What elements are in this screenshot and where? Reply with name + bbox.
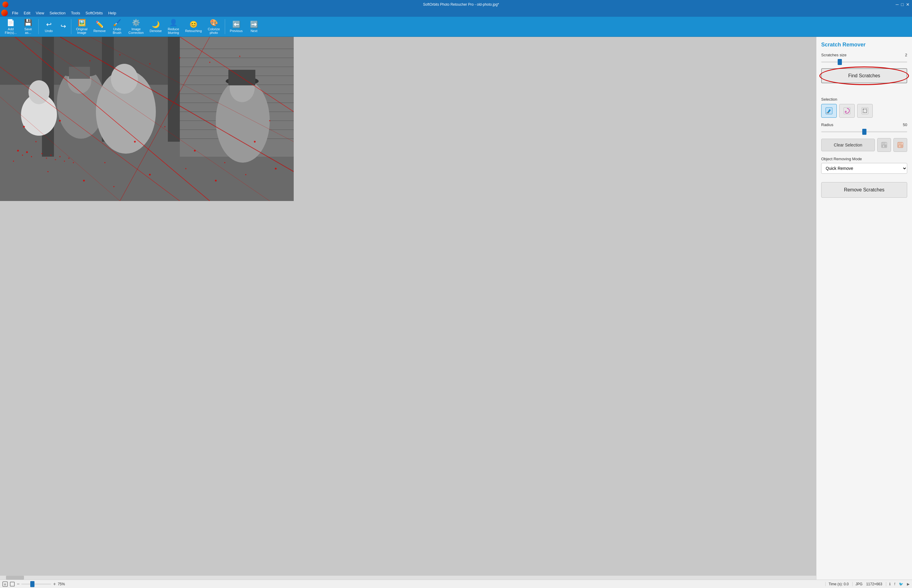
svg-rect-4 — [168, 37, 180, 142]
svg-point-71 — [179, 57, 180, 58]
find-scratches-button[interactable]: Find Scratches — [821, 68, 907, 83]
menu-selection[interactable]: Selection — [47, 10, 68, 16]
status-left: ⊞ − + 75% — [2, 582, 823, 587]
add-files-icon: 📄 — [6, 19, 15, 27]
radius-slider[interactable] — [821, 131, 907, 132]
reduce-blurring-button[interactable]: 👤 Reduce blurring — [165, 18, 182, 36]
selection-lasso-tool[interactable] — [839, 104, 855, 118]
svg-point-61 — [68, 158, 70, 159]
facebook-icon[interactable]: f — [894, 582, 895, 586]
svg-point-58 — [55, 159, 56, 160]
svg-point-67 — [13, 160, 14, 162]
canvas-area[interactable] — [0, 37, 816, 580]
youtube-icon[interactable]: ▶ — [907, 582, 910, 586]
fit-to-window-icon[interactable]: ⊞ — [2, 582, 8, 587]
redo-icon: ↪ — [61, 23, 66, 30]
zoom-slider[interactable] — [21, 583, 51, 585]
photo-svg — [0, 37, 294, 201]
menubar-logo-icon — [1, 10, 8, 16]
svg-point-64 — [22, 155, 23, 156]
image-correction-button[interactable]: ⚙️ Image Correction — [126, 18, 146, 36]
separator-1 — [38, 19, 39, 34]
remove-button[interactable]: ✏️ Remove — [91, 18, 108, 36]
svg-point-55 — [41, 153, 42, 154]
svg-rect-84 — [899, 142, 902, 144]
horizontal-scrollbar[interactable] — [0, 575, 816, 580]
selection-rect-tool[interactable] — [857, 104, 873, 118]
scratches-size-slider[interactable] — [821, 61, 907, 63]
maximize-button[interactable]: □ — [901, 2, 904, 7]
minimize-button[interactable]: ─ — [896, 2, 899, 7]
clear-selection-button[interactable]: Clear Selection — [821, 139, 875, 151]
svg-point-68 — [89, 60, 91, 61]
svg-point-50 — [149, 174, 151, 176]
app-logo-icon — [2, 2, 8, 8]
menu-softorbits[interactable]: SoftOrbits — [83, 10, 105, 16]
pen-icon — [825, 107, 833, 115]
redo-button[interactable]: ↪ — [58, 18, 69, 36]
photo-container — [0, 37, 816, 580]
zoom-out-icon[interactable]: − — [17, 582, 19, 587]
svg-point-72 — [209, 62, 210, 63]
mode-dropdown-row: Quick Remove Content Aware Fill Inpainti… — [821, 163, 907, 174]
info-icon[interactable]: ℹ — [886, 582, 891, 586]
save-as-icon: 💾 — [24, 19, 32, 27]
denoise-button[interactable]: 🌙 Denoise — [147, 18, 164, 36]
clear-selection-row: Clear Selection — [821, 138, 907, 152]
svg-rect-77 — [862, 108, 868, 114]
colorize-photo-button[interactable]: 🎨 Colorize photo — [205, 18, 222, 36]
svg-point-62 — [73, 162, 74, 163]
svg-point-73 — [239, 56, 240, 57]
colorize-photo-icon: 🎨 — [210, 19, 218, 27]
menu-edit[interactable]: Edit — [21, 10, 33, 16]
remove-scratches-button[interactable]: Remove Scratches — [821, 182, 907, 198]
save-as-button[interactable]: 💾 Save as... — [20, 18, 36, 36]
svg-point-45 — [254, 141, 255, 142]
denoise-icon: 🌙 — [152, 21, 160, 29]
svg-point-43 — [194, 150, 196, 152]
radius-label: Radius 50 — [821, 123, 907, 127]
svg-point-41 — [134, 141, 136, 142]
object-removing-mode-label: Object Removing Mode — [821, 157, 907, 161]
previous-button[interactable]: ⬅️ Previous — [228, 18, 245, 36]
add-files-button[interactable]: 📄 Add File(s)... — [2, 18, 19, 36]
original-image-button[interactable]: 🖼️ Original Image — [74, 18, 90, 36]
mode-dropdown[interactable]: Quick Remove Content Aware Fill Inpainti… — [821, 163, 907, 174]
next-button[interactable]: ➡️ Next — [246, 18, 262, 36]
zoom-level: 75% — [58, 582, 65, 586]
svg-point-56 — [46, 158, 47, 159]
svg-rect-75 — [826, 112, 829, 113]
toolbar: 📄 Add File(s)... 💾 Save as... ↩ Undo ↪ 🖼… — [0, 17, 912, 37]
reduce-blurring-icon: 👤 — [169, 19, 178, 27]
time-label: Time (s): 0.0 — [825, 582, 849, 586]
svg-rect-80 — [882, 142, 885, 144]
svg-point-40 — [104, 162, 105, 163]
menu-file[interactable]: File — [10, 10, 21, 16]
photo-display[interactable] — [0, 37, 294, 201]
retouching-button[interactable]: 😊 Retouching — [183, 18, 204, 36]
menu-view[interactable]: View — [33, 10, 47, 16]
close-button[interactable]: ✕ — [906, 2, 910, 7]
crop-icon[interactable] — [10, 582, 15, 587]
menu-help[interactable]: Help — [106, 10, 119, 16]
load-selection-button[interactable] — [893, 138, 907, 152]
twitter-icon[interactable]: 🐦 — [899, 582, 903, 586]
separator-2 — [71, 19, 71, 34]
svg-rect-86 — [899, 145, 900, 147]
svg-point-46 — [269, 120, 270, 121]
menubar: File Edit View Selection Tools SoftOrbit… — [0, 9, 912, 17]
zoom-in-icon[interactable]: + — [53, 582, 56, 587]
undo-brush-button[interactable]: 🖌️ Undo Brush — [109, 18, 125, 36]
save-selection-button[interactable] — [877, 138, 891, 152]
svg-point-49 — [113, 186, 115, 187]
scrollbar-thumb[interactable] — [6, 576, 24, 580]
undo-icon: ↩ — [46, 21, 52, 29]
main-area: Scratch Remover Scratches size 2 Find Sc… — [0, 37, 912, 580]
previous-icon: ⬅️ — [232, 21, 240, 29]
radius-slider-container — [821, 129, 907, 133]
menu-tools[interactable]: Tools — [69, 10, 82, 16]
selection-pen-tool[interactable] — [821, 104, 837, 118]
right-panel: Scratch Remover Scratches size 2 Find Sc… — [816, 37, 912, 580]
original-image-icon: 🖼️ — [78, 19, 86, 27]
undo-button[interactable]: ↩ Undo — [41, 18, 57, 36]
